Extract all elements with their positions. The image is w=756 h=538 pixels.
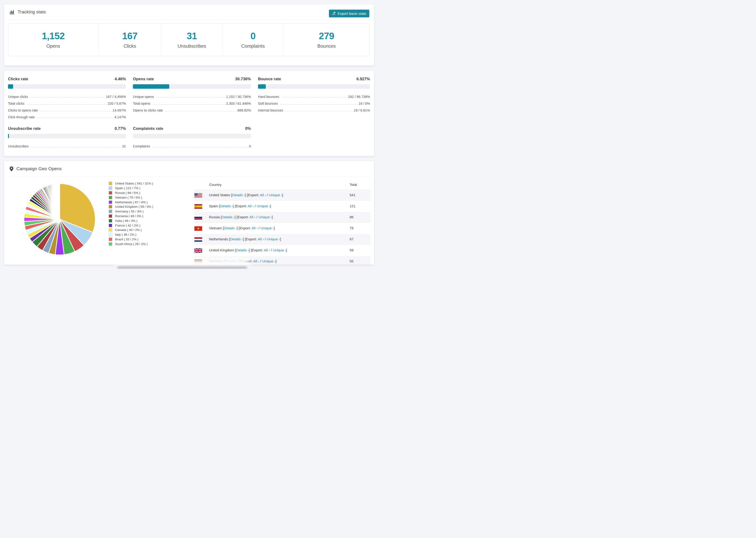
export-all-link[interactable]: All › — [264, 248, 270, 252]
complaints-rate-title: Complaints rate — [133, 126, 163, 131]
export-unique-link[interactable]: Unique › — [273, 248, 286, 252]
legend-item-canada[interactable]: Canada ( 40 / 2% ) — [108, 228, 153, 232]
tracking-stats-title: Tracking stats — [10, 9, 46, 15]
legend-label: Vietnam ( 79 / 5% ) — [115, 196, 142, 199]
details-link[interactable]: Details › — [224, 226, 237, 230]
dotted-leader — [282, 97, 347, 98]
export-unique-link[interactable]: Unique › — [257, 204, 270, 208]
legend-label: United States ( 541 / 31% ) — [115, 182, 153, 185]
unsubscribe-rate-progressbar — [8, 134, 126, 138]
export-all-link[interactable]: All › — [249, 215, 256, 219]
export-all-link[interactable]: All › — [252, 226, 258, 230]
summary-stat-complaints: 0Complaints — [222, 24, 284, 56]
stat-line-value: 18 / 0% — [358, 102, 370, 105]
legend-item-romania[interactable]: Romania ( 49 / 3% ) — [108, 214, 153, 219]
export-all-link[interactable]: All › — [258, 237, 264, 241]
export-button-label: Export basic stats — [338, 12, 366, 16]
tracking-stats-card: Tracking stats Export basic stats 1,152O… — [4, 4, 374, 66]
dotted-leader — [40, 111, 112, 111]
legend-swatch — [108, 214, 112, 218]
legend-swatch — [108, 242, 112, 246]
stat-line-value: 14.497% — [112, 108, 126, 112]
export-unique-link[interactable]: Unique › — [258, 215, 272, 219]
map-pin-icon — [10, 166, 13, 171]
export-unique-link[interactable]: Unique › — [267, 237, 280, 241]
stat-line-label: Opens to clicks rate — [133, 108, 163, 112]
legend-label: Brazil ( 33 / 2% ) — [115, 238, 138, 241]
summary-stat-label: Unsubscribes — [178, 43, 206, 49]
details-link[interactable]: Details › — [236, 248, 249, 252]
summary-stat-label: Bounces — [317, 43, 336, 49]
legend-swatch — [108, 186, 112, 190]
details-link[interactable]: Details › — [220, 204, 233, 208]
bounce-rate-progressbar — [258, 84, 370, 89]
clicks-rate-value: 4.46% — [115, 77, 126, 81]
legend-item-brazil[interactable]: Brazil ( 33 / 2% ) — [108, 237, 153, 242]
legend-label: Russia ( 86 / 5% ) — [115, 191, 140, 194]
legend-item-germany[interactable]: Germany ( 55 / 3% ) — [108, 209, 153, 214]
stat-line-value: 689.82% — [237, 108, 251, 112]
export-all-link[interactable]: All › — [248, 204, 254, 208]
legend-item-south-africa[interactable]: South Africa ( 29 / 2% ) — [108, 242, 153, 246]
details-link[interactable]: Details › — [232, 193, 245, 197]
summary-stat-bounces: 279Bounces — [283, 24, 369, 56]
total-cell: 121 — [350, 204, 355, 208]
details-link[interactable]: Details › — [222, 215, 235, 219]
export-all-link[interactable]: All › — [260, 193, 266, 197]
geo-table-row-vn: Vietnam [Details ›] [Export: All › / Uni… — [194, 223, 371, 234]
legend-label: South Africa ( 29 / 2% ) — [115, 242, 148, 246]
unsubscribe-rate-block: Unsubscribe rate 0.77% Unsubscribes31 — [8, 126, 126, 149]
complaints-rate-block: Complaints rate 0% Complaints0 — [133, 126, 251, 149]
stat-line-label: Total clicks — [8, 102, 25, 105]
details-link[interactable]: Details › — [225, 259, 238, 263]
geo-opens-pie-chart[interactable] — [23, 183, 96, 256]
export-unique-link[interactable]: Unique › — [262, 259, 276, 263]
legend-item-vietnam[interactable]: Vietnam ( 79 / 5% ) — [108, 195, 153, 200]
legend-item-united-states[interactable]: United States ( 541 / 31% ) — [108, 181, 153, 186]
legend-swatch — [108, 237, 112, 241]
legend-item-india[interactable]: India ( 46 / 3% ) — [108, 218, 153, 223]
summary-stat-opens: 1,152Opens — [8, 24, 98, 56]
legend-item-italy[interactable]: Italy ( 36 / 2% ) — [108, 232, 153, 237]
geo-table-row-nl: Netherlands [Details ›] [Export: All › /… — [194, 234, 371, 245]
rates-card: Clicks rate 4.46% Unique clicks167 / 4.4… — [4, 71, 374, 156]
pie-slice-other-40[interactable] — [59, 184, 60, 219]
unsubscribe-rate-value: 0.77% — [115, 126, 126, 131]
dotted-leader — [30, 97, 105, 98]
stat-line-label: Soft bounces — [258, 102, 278, 105]
legend-label: Canada ( 40 / 2% ) — [115, 228, 141, 232]
dotted-leader — [156, 97, 225, 98]
geo-table-row-de: Germany [Details ›] [Export: All › / Uni… — [194, 256, 371, 265]
export-basic-stats-button[interactable]: Export basic stats — [329, 10, 369, 17]
opens-rate-progressbar — [133, 84, 251, 89]
stat-line: Unsubscribes31 — [8, 142, 126, 149]
legend-item-united-kingdom[interactable]: United Kingdom ( 59 / 3% ) — [108, 204, 153, 209]
bottom-bar-shadow — [117, 266, 247, 269]
country-name: Netherlands — [209, 237, 228, 241]
legend-item-spain[interactable]: Spain ( 121 / 7% ) — [108, 186, 153, 190]
stat-line-label: Unique opens — [133, 95, 154, 99]
legend-item-france[interactable]: France ( 42 / 2% ) — [108, 223, 153, 228]
unsubscribe-rate-title: Unsubscribe rate — [8, 126, 41, 131]
export-all-link[interactable]: All › — [253, 259, 259, 263]
summary-stat-value: 0 — [250, 31, 256, 41]
summary-stat-unsubscribes: 31Unsubscribes — [161, 24, 222, 56]
tracking-stats-header: Tracking stats — [8, 4, 370, 20]
legend-swatch — [108, 191, 112, 195]
total-cell: 59 — [350, 248, 353, 252]
vn-flag-icon — [194, 226, 202, 231]
country-name: United States — [209, 193, 230, 197]
total-cell: 86 — [350, 215, 353, 219]
country-cell: Germany [Details ›] [Export: All › / Uni… — [209, 259, 277, 263]
stat-line: Unique opens1,152 / 30.736% — [133, 92, 251, 99]
export-unique-link[interactable]: Unique › — [261, 226, 274, 230]
stat-line: Hard bounces242 / 86.738% — [258, 92, 370, 99]
export-unique-link[interactable]: Unique › — [269, 193, 282, 197]
stat-line-label: Complaints — [133, 144, 150, 148]
stat-line: Click through rate4.147% — [8, 113, 126, 120]
legend-item-russia[interactable]: Russia ( 86 / 5% ) — [108, 190, 153, 195]
legend-item-netherlands[interactable]: Netherlands ( 67 / 4% ) — [108, 200, 153, 204]
legend-swatch — [108, 209, 112, 213]
legend-swatch — [108, 228, 112, 232]
details-link[interactable]: Details › — [230, 237, 243, 241]
